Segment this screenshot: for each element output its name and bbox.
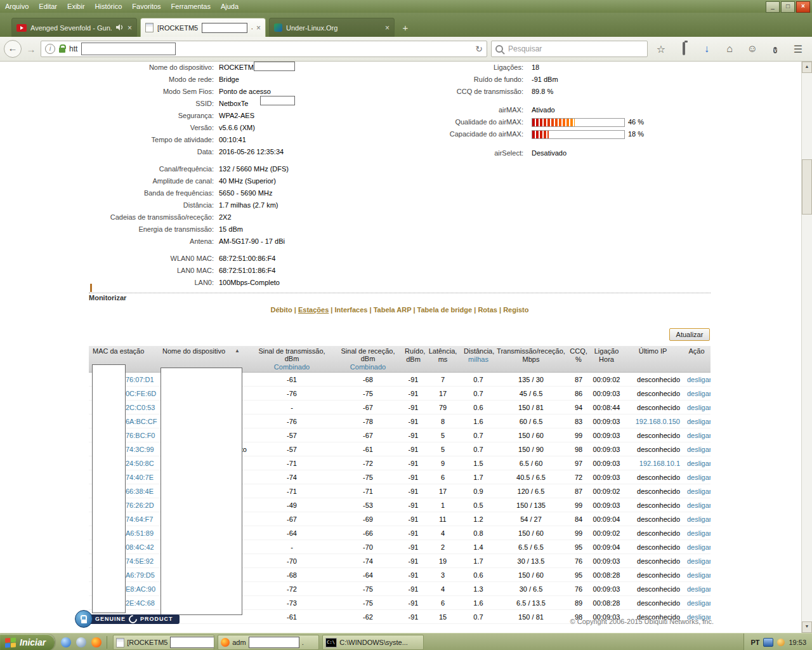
disconnect-link[interactable]: desligar [687, 446, 710, 453]
disconnect-link[interactable]: desligar [687, 543, 710, 551]
disconnect-link[interactable]: desligar [687, 529, 710, 537]
disconnect-link[interactable]: desligar [687, 390, 710, 397]
tray-display-icon[interactable] [763, 638, 773, 647]
station-ip-link[interactable]: 192.168.0.150 [636, 418, 680, 425]
menu-item-histrico[interactable]: Histórico [90, 3, 128, 10]
disconnect-link[interactable]: desligar [687, 474, 710, 481]
column-header[interactable]: Transmissão/receção,Mbps [495, 346, 567, 373]
station-mac-link[interactable]: 74:64:F7 [126, 515, 153, 523]
station-mac-link[interactable]: 76:26:2D [126, 501, 154, 509]
tab-close-icon[interactable]: × [385, 23, 390, 32]
monitor-link-registo[interactable]: Registo [503, 306, 528, 314]
menu-item-favoritos[interactable]: Favoritos [127, 3, 166, 10]
disconnect-link[interactable]: desligar [687, 571, 710, 579]
column-header[interactable]: Sinal de receção, dBmCombinado [333, 346, 403, 373]
smiley-icon[interactable]: ☺ [743, 43, 762, 55]
monitor-link-rotas[interactable]: Rotas [478, 306, 497, 314]
start-button[interactable]: Iniciar [0, 634, 55, 650]
station-mac-link[interactable]: E8:AC:90 [126, 585, 155, 593]
station-mac-link[interactable]: 66:38:4E [126, 488, 154, 495]
station-mac-link[interactable]: 6A:BC:CF [126, 418, 157, 425]
station-mac-link[interactable]: 74:40:7E [126, 474, 154, 481]
column-header[interactable]: Distância,milhas [462, 346, 495, 373]
address-bar[interactable]: i htt ↻ [41, 41, 487, 57]
tab-close-icon[interactable]: × [256, 23, 261, 32]
refresh-button[interactable]: Atualizar [669, 328, 710, 341]
station-mac-link[interactable]: A6:79:D5 [126, 571, 155, 579]
station-mac-link[interactable]: 76:BC:F0 [126, 432, 155, 439]
hamburger-menu-icon[interactable]: ☰ [789, 43, 808, 55]
monitor-link-tabeladebridge[interactable]: Tabela de bridge [417, 306, 473, 314]
home-icon[interactable]: ⌂ [720, 43, 739, 55]
downloads-icon[interactable]: ↓ [697, 43, 716, 55]
menu-item-arquivo[interactable]: Arquivo [0, 3, 34, 10]
monitor-link-interfaces[interactable]: Interfaces [334, 306, 367, 314]
column-header[interactable]: Sinal de transmissão, dBmCombinado [251, 346, 333, 373]
minimize-button[interactable]: _ [766, 1, 780, 13]
disconnect-link[interactable]: desligar [687, 460, 710, 467]
quick-launch-firefox-icon[interactable] [91, 637, 102, 647]
station-mac-link[interactable]: A6:51:89 [126, 529, 154, 537]
new-tab-button[interactable]: + [398, 20, 413, 36]
disconnect-link[interactable]: desligar [687, 557, 710, 565]
monitor-link-estaes[interactable]: Estações [298, 306, 329, 314]
language-indicator[interactable]: PT [750, 639, 759, 646]
tab-audio-icon[interactable] [115, 23, 124, 32]
station-mac-link[interactable]: 2E:4C:68 [126, 599, 155, 607]
station-ip-link[interactable]: 192.168.10.1 [639, 460, 680, 467]
lock-icon[interactable] [59, 48, 65, 53]
taskbar-item-adm[interactable]: adm . [218, 635, 319, 650]
scroll-up-button[interactable]: ▲ [802, 62, 812, 73]
disconnect-link[interactable]: desligar [687, 418, 710, 425]
disconnect-link[interactable]: desligar [687, 432, 710, 439]
quick-launch-search-icon[interactable] [76, 637, 86, 647]
taskbar-item-cmd[interactable]: C:\ C:\WINDOWS\syste... [322, 635, 424, 650]
pocket-icon[interactable]: ∨ [766, 43, 785, 55]
disconnect-link[interactable]: desligar [687, 404, 710, 411]
tray-status-icon[interactable] [777, 639, 785, 646]
disconnect-link[interactable]: desligar [687, 376, 710, 383]
disconnect-link[interactable]: desligar [687, 599, 710, 607]
column-header[interactable]: CCQ,% [567, 346, 590, 373]
menu-item-editar[interactable]: Editar [34, 3, 62, 10]
tab-youtube[interactable]: Avenged Sevenfold - Gun... × [11, 18, 137, 37]
search-bar[interactable] [491, 41, 648, 57]
disconnect-link[interactable]: desligar [687, 515, 710, 523]
tab-rocketm5-active[interactable]: [ROCKETM5 - Prin... × [140, 18, 266, 37]
bookmarks-menu-icon[interactable] [674, 43, 693, 55]
tab-underlinux[interactable]: Under-Linux.Org × [269, 18, 395, 37]
vertical-scrollbar[interactable]: ▲ ▼ [801, 62, 812, 633]
restore-button[interactable]: □ [781, 1, 795, 13]
forward-button[interactable]: → [25, 44, 37, 55]
column-header[interactable]: Último IP [623, 346, 683, 373]
station-mac-link[interactable]: 74:3C:99 [126, 446, 154, 453]
scrollbar-thumb[interactable] [802, 159, 812, 215]
station-mac-link[interactable]: 08:4C:42 [126, 543, 154, 551]
search-input[interactable] [507, 44, 643, 54]
column-header[interactable]: Latência,ms [424, 346, 462, 373]
bookmark-star-icon[interactable]: ☆ [652, 43, 671, 55]
station-mac-link[interactable]: 0C:FE:6D [126, 390, 156, 397]
site-info-icon[interactable]: i [45, 44, 55, 54]
menu-item-ajuda[interactable]: Ajuda [216, 3, 244, 10]
back-button[interactable]: ← [4, 40, 22, 58]
disconnect-link[interactable]: desligar [687, 501, 710, 509]
disconnect-link[interactable]: desligar [687, 585, 710, 593]
station-mac-link[interactable]: 24:50:8C [126, 460, 154, 467]
taskbar-item-rocketm5[interactable]: [ROCKETM5 [113, 635, 214, 650]
monitor-link-dbito[interactable]: Débito [271, 306, 292, 314]
column-header[interactable]: LigaçãoHora [590, 346, 623, 373]
close-button[interactable]: × [796, 1, 810, 13]
scroll-down-button[interactable]: ▼ [802, 621, 812, 633]
column-header[interactable]: Ação [683, 346, 710, 373]
monitor-link-tabelaarp[interactable]: Tabela ARP [374, 306, 412, 314]
station-mac-link[interactable]: 2C:C0:53 [126, 404, 155, 411]
station-mac-link[interactable]: 74:5E:92 [126, 557, 154, 565]
column-header[interactable]: Ruído,dBm [403, 346, 424, 373]
tab-close-icon[interactable]: × [128, 23, 132, 32]
disconnect-link[interactable]: desligar [687, 488, 710, 495]
menu-item-ferramentas[interactable]: Ferramentas [166, 3, 216, 10]
menu-item-exibir[interactable]: Exibir [62, 3, 90, 10]
quick-launch-orb-icon[interactable] [61, 637, 71, 647]
reload-icon[interactable]: ↻ [475, 44, 483, 54]
